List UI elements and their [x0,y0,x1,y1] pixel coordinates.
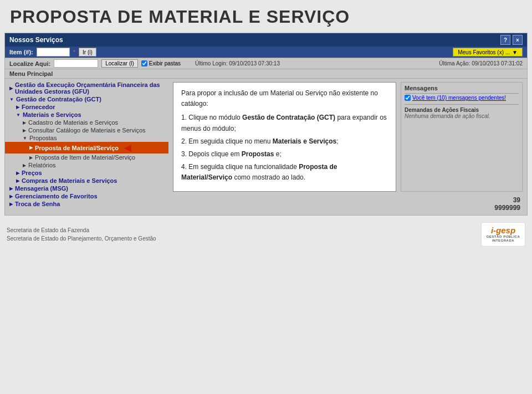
sidebar-item-relatorios[interactable]: ▶ Relatórios [5,161,168,169]
arrow-relat: ▶ [23,163,26,168]
messages-box: Mensagens Você tem (10) mensagens penden… [401,82,523,192]
info-box: Para propor a inclusão de um Material ou… [173,82,396,192]
sidebar-label-msg: Mensageria (MSG) [15,185,68,192]
info-step1: 1. Clique no módulo Gestão de Contrataçã… [181,112,388,134]
title-bar: PROPOSTA DE MATERIAL E SERVIÇO [0,0,532,33]
footer-text: Secretaria de Estado da Fazenda Secretar… [7,226,156,243]
sidebar-item-materiais-servicos[interactable]: ▼ Materiais e Serviços [5,111,168,119]
close-icon[interactable]: × [513,35,523,45]
sidebar-item-msg[interactable]: ▶ Mensageria (MSG) [5,185,168,192]
exibir-pastas-checkbox[interactable] [141,60,147,66]
sidebar-label-gct: Gestão de Contratação (GCT) [16,96,101,103]
arrow-favoritos: ▶ [9,194,13,199]
ir-button[interactable]: Ir (i) [79,48,96,57]
nav-bar-title: Nossos Serviços [9,36,63,44]
sidebar-label-prop-mat: Proposta de Material/Serviço [35,145,119,151]
number-2: 9999999 [173,204,520,212]
sidebar-label-fornecedor: Fornecedor [22,104,55,110]
number-1: 39 [173,196,520,204]
igesp-logo: i-gesp GESTÃO PÚBLICA INTEGRADA [481,222,525,247]
messages-separator [405,93,519,94]
arrow-prop-item: ▶ [29,155,33,160]
sidebar-label-cadastro: Cadastro de Materiais e Serviços [28,119,118,126]
last-login-text: Último Login: 09/10/2013 07:30:13 [195,60,280,66]
info-step3: 3. Depois clique em Propostas e; [181,149,388,160]
sidebar-item-compras[interactable]: ▶ Compras de Materiais e Serviços [5,177,168,185]
sidebar-item-proposta-material[interactable]: ▶ Proposta de Material/Serviço ◀ [5,142,168,153]
arrow-precos: ▶ [16,171,19,176]
right-top: Para propor a inclusão de um Material ou… [173,82,523,192]
help-icon[interactable]: ? [500,35,510,45]
info-intro: Para propor a inclusão de um Material ou… [181,89,378,108]
sidebar-label-relat: Relatórios [28,162,56,168]
last-action-text: Última Ação: 09/10/2013 07:31:02 [439,60,523,66]
page-title: PROPOSTA DE MATERIAL E SERVIÇO [10,7,522,27]
sidebar-item-precos[interactable]: ▶ Preços [5,169,168,177]
nav-bar-icons: ? × [500,35,523,45]
menu-principal-label: Menu Principal [9,70,53,77]
demandas-title: Demandas de Ações Fiscais [405,107,519,113]
sidebar-item-gfu[interactable]: ▶ Gestão da Execução Orçamentária Financ… [5,81,168,95]
sidebar-item-propostas[interactable]: ▼ Propostas [5,134,168,142]
messages-title: Mensagens [405,85,519,91]
item-label: Item (#): [9,49,33,55]
logo-sub: GESTÃO PÚBLICA INTEGRADA [482,235,525,243]
red-arrow-indicator: ◀ [124,142,131,153]
sidebar-item-proposta-item[interactable]: ▶ Proposta de Item de Material/Serviço [5,153,168,161]
arrow-gfu: ▶ [9,86,13,91]
arrow-fornecedor: ▶ [16,105,19,110]
favoritos-dropdown-icon: ▼ [512,49,518,55]
item-bar: Item (#): * Ir (i) Meus Favoritos (x) ..… [5,47,527,58]
main-area: Nossos Serviços ? × Item (#): * Ir (i) M… [4,33,528,216]
footer: Secretaria de Estado da Fazenda Secretar… [0,219,532,250]
item-input[interactable] [37,48,70,57]
numbers-area: 39 9999999 [173,196,520,212]
exibir-pastas-label: Exibir pastas [149,60,181,66]
arrow-compras: ▶ [16,178,19,183]
sidebar-label-favoritos: Gerenciamento de Favoritos [15,193,98,199]
menu-principal-bar: Menu Principal [5,69,527,79]
info-step4: 4. Em seguida clique na funcionalidade P… [181,162,388,183]
demandas-separator [405,104,519,105]
sidebar-label-prop-item: Proposta de Item de Material/Serviço [35,154,135,161]
footer-line2: Secretaria de Estado do Planejamento, Or… [7,234,156,243]
required-marker: * [73,49,75,55]
logo-text: i-gesp [482,226,525,235]
meus-favoritos-button[interactable]: Meus Favoritos (x) ... ▼ [453,48,523,57]
body-split: ▶ Gestão da Execução Orçamentária Financ… [5,79,527,215]
right-panel: Para propor a inclusão de um Material ou… [168,79,527,215]
localizar-button[interactable]: Localizar (l) [101,59,138,68]
sidebar-label-senha: Troca de Senha [15,201,60,207]
localize-bar: Localize Aqui: Localizar (l) Exibir past… [5,58,527,69]
messages-checkbox[interactable] [405,95,411,101]
arrow-consultar: ▶ [23,128,26,133]
arrow-msg: ▶ [9,186,13,191]
sidebar-label-consultar: Consultar Catálogo de Materiais e Serviç… [28,127,146,134]
sidebar-item-cadastro[interactable]: ▶ Cadastro de Materiais e Serviços [5,119,168,126]
arrow-cadastro: ▶ [23,120,26,125]
sidebar-item-consultar[interactable]: ▶ Consultar Catálogo de Materiais e Serv… [5,126,168,134]
sidebar-item-gct[interactable]: ▼ Gestão de Contratação (GCT) [5,95,168,103]
messages-pending-link[interactable]: Você tem (10) mensagens pendentes! [412,95,506,101]
nenhuma-text: Nenhuma demanda de ação fiscal. [405,113,519,119]
sidebar-item-fornecedor[interactable]: ▶ Fornecedor [5,103,168,111]
arrow-propostas: ▼ [23,136,27,141]
info-step2: 2. Em seguida clique no menu Materiais e… [181,136,388,147]
arrow-mat-serv: ▼ [16,112,21,117]
sidebar-label-precos: Preços [22,170,42,176]
sidebar-item-senha[interactable]: ▶ Troca de Senha [5,200,168,208]
footer-line1: Secretaria de Estado da Fazenda [7,226,156,234]
localize-input[interactable] [54,59,98,68]
sidebar-label-compras: Compras de Materiais e Serviços [22,177,117,184]
sidebar-label-gfu: Gestão da Execução Orçamentária Financei… [15,81,168,95]
exibir-pastas-group: Exibir pastas [141,60,181,66]
arrow-prop-mat: ▶ [29,145,33,150]
sidebar-label-propostas: Propostas [29,135,57,141]
nav-bar: Nossos Serviços ? × [5,33,527,47]
sidebar-label-mat-serv: Materiais e Serviços [23,111,81,118]
sidebar-item-favoritos[interactable]: ▶ Gerenciamento de Favoritos [5,192,168,200]
arrow-gct: ▼ [9,97,14,102]
arrow-senha: ▶ [9,202,13,207]
sidebar: ▶ Gestão da Execução Orçamentária Financ… [5,79,168,215]
localize-label: Localize Aqui: [9,60,50,67]
